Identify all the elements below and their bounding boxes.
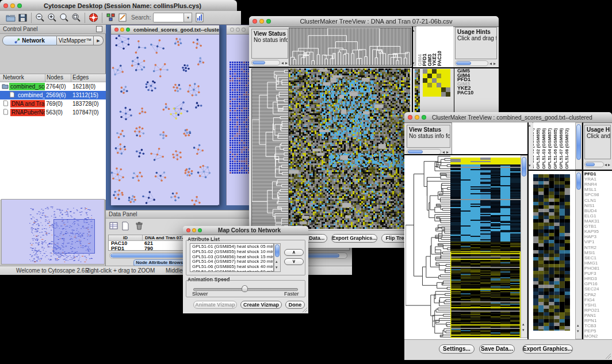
matrix-cell[interactable] — [437, 83, 441, 87]
matrix-cell[interactable] — [432, 78, 437, 83]
settings-button[interactable]: Settings... — [439, 344, 475, 354]
gene-label[interactable]: PEP5 — [584, 328, 612, 334]
zoom-button[interactable] — [422, 115, 426, 120]
zoom-button[interactable] — [242, 28, 246, 32]
gene-label[interactable]: SPC98 — [584, 192, 612, 197]
close-button[interactable] — [408, 115, 412, 120]
matrix-cell[interactable] — [437, 92, 441, 97]
network-row[interactable]: DNA and Tran 07769(0)183728(0) — [0, 99, 106, 108]
minimize-button[interactable] — [10, 3, 15, 8]
attribute-list-vscrollbar[interactable]: ▴ ▾ — [274, 243, 281, 272]
minimize-button[interactable] — [415, 115, 419, 120]
minimize-button[interactable] — [236, 28, 240, 32]
col-header-edges[interactable]: Edges — [72, 74, 89, 81]
search-input[interactable] — [153, 13, 184, 22]
scroll-right-arrow[interactable]: ▸ — [285, 60, 288, 66]
view-status-hscrollbar[interactable] — [251, 60, 280, 66]
heatmap-zoomed[interactable] — [533, 174, 570, 331]
resize-grip[interactable] — [605, 352, 611, 359]
gene-label[interactable]: MON2 — [584, 334, 612, 339]
zoom-button[interactable] — [17, 3, 22, 8]
gene-label[interactable]: PUF3 — [584, 271, 612, 276]
new-attribute-icon[interactable] — [121, 221, 130, 232]
heatmap-main[interactable] — [289, 68, 410, 229]
close-button[interactable] — [230, 28, 234, 32]
close-button[interactable] — [114, 28, 118, 32]
scroll-down-arrow[interactable]: ▾ — [522, 327, 525, 332]
gene-label[interactable]: MAK31 — [584, 219, 612, 224]
matrix-cell[interactable] — [423, 83, 427, 87]
zoom-fit-icon[interactable] — [71, 12, 82, 23]
matrix-cell[interactable] — [432, 92, 437, 97]
scroll-up-arrow[interactable]: ▴ — [529, 122, 531, 128]
network-row[interactable]: combined_sco2569(6)13112(15) — [0, 91, 106, 99]
usage-hints-hscrollbar[interactable] — [455, 60, 488, 66]
gene-label[interactable]: RNR4 — [584, 182, 612, 187]
gene-label[interactable]: YRA1 — [584, 177, 612, 182]
gene-label[interactable]: NTR2 — [584, 245, 612, 250]
gene-label[interactable]: SEC1 — [584, 255, 612, 260]
scroll-left-arrow[interactable]: ◂ — [489, 61, 492, 66]
matrix-cell[interactable] — [427, 78, 432, 83]
gene-label[interactable]: HAP3 — [584, 234, 612, 239]
scroll-left-arrow[interactable]: ◂ — [605, 162, 607, 167]
column-dendrogram[interactable] — [289, 28, 411, 66]
minimize-button[interactable] — [192, 228, 196, 232]
gene-label[interactable]: MSI1 — [584, 250, 612, 255]
gene-label[interactable]: SEC24 — [584, 286, 612, 292]
matrix-cell[interactable] — [437, 78, 441, 83]
attribute-list-item[interactable]: GPL51-07 (GSM868) heat shock 60 min — [192, 270, 273, 272]
matrix-cell[interactable] — [423, 92, 427, 97]
matrix-cell[interactable] — [437, 74, 441, 78]
matrix-cell[interactable] — [441, 74, 446, 78]
matrix-cell[interactable] — [427, 92, 432, 97]
export-graphics-button[interactable]: Export Graphics... — [522, 344, 573, 354]
matrix-cell[interactable] — [423, 74, 427, 78]
matrix-cell[interactable] — [427, 87, 432, 92]
matrix-cell[interactable] — [446, 69, 450, 74]
scroll-down-arrow[interactable]: ▾ — [529, 163, 531, 168]
gene-label[interactable]: BUD4 — [584, 208, 612, 213]
scroll-down-arrow[interactable]: ▾ — [577, 328, 579, 334]
gene-label[interactable]: HMG1 — [584, 260, 612, 266]
scroll-right-arrow[interactable]: ▸ — [608, 162, 610, 167]
gene-label[interactable]: KAP95 — [584, 229, 612, 234]
birdseye-canvas[interactable] — [2, 200, 104, 264]
move-down-button[interactable]: ∨ — [284, 258, 304, 265]
gene-label[interactable]: PHO81 — [584, 266, 612, 271]
id-column-header[interactable]: ID — [109, 235, 143, 240]
close-button[interactable] — [3, 3, 8, 8]
usage-hints-hscrollbar[interactable] — [584, 162, 604, 167]
matrix-cell[interactable] — [441, 92, 446, 97]
network-row[interactable]: RNAPuberNov2+563(0)107847(0) — [0, 108, 106, 117]
gene-label[interactable]: FIG4 — [584, 297, 612, 302]
tab-overflow-arrow[interactable]: ▶ — [94, 36, 104, 45]
matrix-cell[interactable] — [423, 87, 427, 92]
slider-thumb[interactable] — [242, 285, 248, 292]
animate-vizmap-button[interactable]: Animate Vizmap — [193, 301, 237, 309]
save-data-button[interactable]: Save Data... — [479, 344, 515, 354]
network-row[interactable]: combined_scores2764(0)16218(0) — [0, 82, 106, 91]
gene-label[interactable]: GPI16 — [584, 281, 612, 286]
gene-label[interactable]: CLN1 — [584, 198, 612, 203]
move-up-button[interactable]: ∧ — [284, 249, 304, 256]
save-session-icon[interactable] — [17, 12, 28, 23]
matrix-cell[interactable] — [441, 78, 446, 83]
minimize-button[interactable] — [259, 19, 264, 24]
gene-label[interactable]: PFD1 — [584, 171, 612, 177]
main-title-bar[interactable]: Cytoscape Desktop (Session Name: collins… — [0, 0, 237, 12]
zoom-button[interactable] — [126, 28, 130, 32]
matrix-cell[interactable] — [432, 74, 437, 78]
gene-label[interactable]: ELG1 — [584, 213, 612, 219]
column-tree-area[interactable] — [452, 122, 527, 154]
search-dropdown-button[interactable]: ▾ — [184, 13, 192, 22]
vizmapper-icon[interactable] — [105, 12, 116, 23]
heatmap-vscrollbar[interactable]: ▴ ▾ — [521, 155, 527, 338]
float-panel-icon[interactable] — [96, 26, 102, 32]
matrix-cell[interactable] — [432, 87, 437, 92]
matrix-cell[interactable] — [446, 78, 450, 83]
gene-label[interactable]: NIS1 — [584, 203, 612, 208]
delete-attribute-icon[interactable] — [135, 221, 144, 232]
col-header-nodes[interactable]: Nodes — [47, 74, 63, 81]
animation-speed-slider[interactable] — [193, 285, 297, 292]
